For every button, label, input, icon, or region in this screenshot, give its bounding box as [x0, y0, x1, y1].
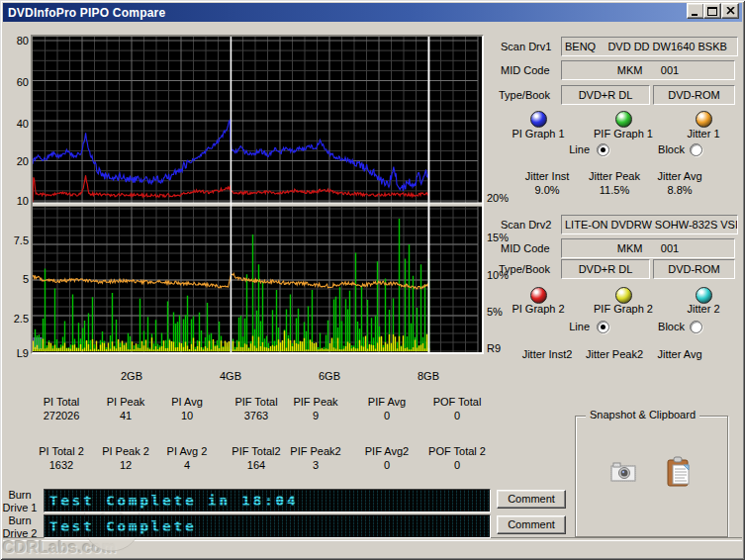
clipboard-button[interactable]: [666, 456, 692, 487]
stat-label: POF Total: [419, 396, 495, 408]
app-window: DVDInfoPro PIPO Compare 80 60 40 20 10 7…: [0, 0, 745, 560]
pi-graph-2-led[interactable]: [530, 287, 547, 304]
line-1-label: Line: [550, 143, 590, 155]
scan-drv2-label: Scan Drv2: [501, 219, 551, 231]
stat-label: PIF Peak: [278, 396, 353, 408]
mid-code2-label: MID Code: [501, 242, 550, 254]
y-axis-label: L9: [3, 347, 29, 359]
snapshot-button[interactable]: [609, 460, 637, 484]
camera-icon: [609, 460, 637, 484]
pi-graph-2-label: PI Graph 2: [494, 303, 583, 315]
mid-code2-field: MKM 001: [561, 238, 735, 258]
book2-field: DVD-ROM: [653, 259, 735, 279]
y-axis-label: 5: [3, 273, 29, 285]
stat-label: PIF Avg2: [349, 445, 424, 457]
pi-pif-compare-chart[interactable]: [33, 37, 482, 352]
clipboard-icon: [666, 456, 692, 487]
stat-value: 0: [349, 410, 424, 421]
lcd-dot-matrix-overlay: [45, 515, 490, 537]
jitter-2-led[interactable]: [696, 287, 712, 304]
block-1-radio[interactable]: [690, 143, 702, 156]
y-axis-label: 10: [3, 195, 29, 207]
y-axis-label: 80: [3, 35, 29, 47]
lcd-dot-matrix-overlay: [45, 490, 490, 512]
stat-value: 3: [278, 459, 353, 471]
snapshot-clipboard-group: Snapshot & Clipboard: [575, 416, 728, 537]
line-2-radio[interactable]: [597, 321, 609, 333]
stat-label: PIF Avg: [349, 396, 424, 408]
snapshot-clipboard-title: Snapshot & Clipboard: [586, 409, 699, 420]
close-icon: [726, 7, 735, 15]
burn-drive2-label-line1: Burn: [0, 514, 40, 526]
y-axis-label: 2.5: [3, 313, 29, 325]
jitter-avg-value: 8.8%: [640, 184, 719, 196]
line-1-radio[interactable]: [597, 143, 609, 156]
y-axis-label: 7.5: [3, 234, 29, 246]
block-1-label: Block: [643, 143, 685, 155]
y-axis-label: 60: [3, 76, 29, 88]
burn-drive1-label-line1: Burn: [0, 489, 40, 501]
pi-graph-1-label: PI Graph 1: [494, 128, 583, 140]
x-axis-label: 6GB: [310, 370, 349, 382]
pif-graph-1-label: PIF Graph 1: [579, 128, 668, 140]
pi-graph-1-led[interactable]: [530, 111, 547, 128]
type2-field: DVD+R DL: [561, 259, 650, 279]
y-axis-label: R9: [487, 342, 501, 354]
jitter-avg2-label: Jitter Avg: [640, 348, 719, 360]
jitter-1-led[interactable]: [696, 111, 712, 128]
jitter-avg-label: Jitter Avg: [640, 170, 719, 182]
minimize-icon: [691, 7, 700, 16]
stat-value: 4: [149, 459, 225, 471]
drive1-status-display: Test Complete in 18:04: [44, 489, 491, 513]
maximize-button[interactable]: [703, 3, 721, 19]
titlebar[interactable]: DVDInfoPro PIPO Compare: [3, 3, 742, 22]
pif-graph-2-label: PIF Graph 2: [579, 303, 668, 315]
comment-2-button[interactable]: Comment: [497, 515, 566, 534]
stat-value: 0: [419, 459, 495, 471]
book1-field: DVD-ROM: [653, 85, 735, 105]
comment-1-button[interactable]: Comment: [497, 490, 566, 509]
type-book2-label: Type/Book: [499, 263, 550, 275]
x-axis-label: 4GB: [211, 370, 250, 382]
stat-value: 0: [419, 410, 495, 421]
y-axis-label: 40: [3, 118, 29, 130]
scan-drv2-field: LITE-ON DVDRW SOHW-832S VSI: [561, 215, 738, 234]
x-axis-label: 2GB: [112, 370, 151, 382]
pif-graph-2-led[interactable]: [615, 287, 632, 304]
jitter-2-label: Jitter 2: [659, 303, 745, 315]
minimize-button[interactable]: [687, 3, 704, 19]
stat-value: 0: [349, 459, 424, 471]
block-2-label: Block: [643, 321, 685, 332]
stat-label: PIF Peak2: [278, 445, 353, 457]
scan-drv1-field: BENQ DVD DD DW1640 BSKB: [561, 37, 738, 56]
block-2-radio[interactable]: [690, 321, 702, 333]
stat-value: 9: [278, 410, 353, 421]
pif-graph-1-led[interactable]: [615, 111, 632, 128]
maximize-icon: [707, 7, 717, 16]
y-axis-label: 20%: [487, 192, 509, 204]
graph-frame: [31, 35, 484, 354]
x-axis-label: 8GB: [409, 370, 448, 382]
stat-label: PI Avg 2: [149, 445, 225, 457]
line-2-label: Line: [550, 321, 590, 332]
type1-field: DVD+R DL: [561, 85, 650, 105]
stat-value: 10: [149, 410, 225, 421]
mid-code1-label: MID Code: [501, 64, 550, 76]
y-axis-label: 20: [3, 155, 29, 167]
burn-drive1-label-line2: Drive 1: [0, 502, 40, 513]
jitter-1-label: Jitter 1: [659, 128, 745, 140]
stat-label: POF Total 2: [419, 445, 495, 457]
drive2-status-display: Test Complete: [44, 514, 491, 538]
close-button[interactable]: [721, 3, 739, 19]
window-title: DVDInfoPro PIPO Compare: [3, 6, 165, 20]
type-book1-label: Type/Book: [499, 89, 550, 101]
stat-label: PI Avg: [149, 396, 225, 408]
scan-drv1-label: Scan Drv1: [501, 41, 551, 52]
mid-code1-field: MKM 001: [561, 60, 735, 80]
